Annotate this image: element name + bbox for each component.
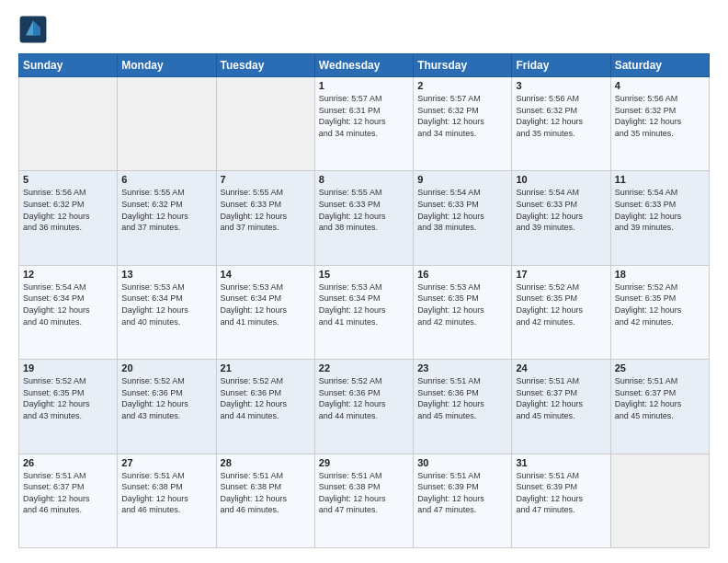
day-number: 8 bbox=[319, 174, 409, 185]
day-info: Sunrise: 5:51 AM Sunset: 6:38 PM Dayligh… bbox=[221, 470, 311, 516]
calendar-cell: 12Sunrise: 5:54 AM Sunset: 6:34 PM Dayli… bbox=[19, 265, 118, 359]
day-info: Sunrise: 5:51 AM Sunset: 6:36 PM Dayligh… bbox=[417, 375, 507, 421]
day-number: 30 bbox=[417, 457, 507, 468]
calendar-header-tuesday: Tuesday bbox=[216, 54, 314, 77]
calendar-header-friday: Friday bbox=[512, 54, 610, 77]
calendar-cell bbox=[118, 77, 216, 171]
day-number: 23 bbox=[417, 362, 507, 373]
day-number: 27 bbox=[121, 457, 211, 468]
calendar-cell: 5Sunrise: 5:56 AM Sunset: 6:32 PM Daylig… bbox=[19, 171, 118, 265]
calendar-cell: 3Sunrise: 5:56 AM Sunset: 6:32 PM Daylig… bbox=[512, 77, 610, 171]
calendar-week-4: 19Sunrise: 5:52 AM Sunset: 6:35 PM Dayli… bbox=[19, 360, 710, 454]
day-info: Sunrise: 5:54 AM Sunset: 6:33 PM Dayligh… bbox=[417, 187, 507, 233]
day-info: Sunrise: 5:51 AM Sunset: 6:39 PM Dayligh… bbox=[417, 470, 507, 516]
calendar-cell bbox=[610, 454, 709, 547]
day-info: Sunrise: 5:52 AM Sunset: 6:36 PM Dayligh… bbox=[221, 375, 311, 421]
day-number: 3 bbox=[516, 80, 606, 91]
day-info: Sunrise: 5:55 AM Sunset: 6:33 PM Dayligh… bbox=[319, 187, 409, 233]
day-info: Sunrise: 5:51 AM Sunset: 6:39 PM Dayligh… bbox=[516, 470, 606, 516]
calendar-cell: 28Sunrise: 5:51 AM Sunset: 6:38 PM Dayli… bbox=[216, 454, 314, 547]
calendar-cell: 26Sunrise: 5:51 AM Sunset: 6:37 PM Dayli… bbox=[19, 454, 118, 547]
day-number: 15 bbox=[319, 269, 409, 280]
day-info: Sunrise: 5:57 AM Sunset: 6:32 PM Dayligh… bbox=[417, 93, 507, 139]
calendar-week-2: 5Sunrise: 5:56 AM Sunset: 6:32 PM Daylig… bbox=[19, 171, 710, 265]
day-number: 14 bbox=[221, 269, 311, 280]
day-number: 7 bbox=[221, 174, 311, 185]
day-info: Sunrise: 5:55 AM Sunset: 6:32 PM Dayligh… bbox=[121, 187, 211, 233]
calendar-header-row: SundayMondayTuesdayWednesdayThursdayFrid… bbox=[19, 54, 710, 77]
calendar-cell: 30Sunrise: 5:51 AM Sunset: 6:39 PM Dayli… bbox=[414, 454, 512, 547]
calendar-cell: 7Sunrise: 5:55 AM Sunset: 6:33 PM Daylig… bbox=[216, 171, 314, 265]
calendar-week-1: 1Sunrise: 5:57 AM Sunset: 6:31 PM Daylig… bbox=[19, 77, 710, 171]
calendar-cell: 8Sunrise: 5:55 AM Sunset: 6:33 PM Daylig… bbox=[314, 171, 413, 265]
calendar-cell: 17Sunrise: 5:52 AM Sunset: 6:35 PM Dayli… bbox=[512, 265, 610, 359]
calendar-cell: 13Sunrise: 5:53 AM Sunset: 6:34 PM Dayli… bbox=[118, 265, 216, 359]
calendar-cell: 19Sunrise: 5:52 AM Sunset: 6:35 PM Dayli… bbox=[19, 360, 118, 454]
calendar-cell bbox=[216, 77, 314, 171]
calendar-cell: 25Sunrise: 5:51 AM Sunset: 6:37 PM Dayli… bbox=[610, 360, 709, 454]
day-number: 31 bbox=[516, 457, 606, 468]
day-info: Sunrise: 5:52 AM Sunset: 6:35 PM Dayligh… bbox=[516, 282, 606, 327]
calendar-cell: 6Sunrise: 5:55 AM Sunset: 6:32 PM Daylig… bbox=[118, 171, 216, 265]
calendar-cell bbox=[19, 77, 118, 171]
day-number: 10 bbox=[516, 174, 606, 185]
day-info: Sunrise: 5:51 AM Sunset: 6:37 PM Dayligh… bbox=[23, 470, 113, 516]
calendar-cell: 24Sunrise: 5:51 AM Sunset: 6:37 PM Dayli… bbox=[512, 360, 610, 454]
day-number: 20 bbox=[121, 362, 211, 373]
page: SundayMondayTuesdayWednesdayThursdayFrid… bbox=[0, 0, 728, 563]
day-number: 9 bbox=[417, 174, 507, 185]
calendar-table: SundayMondayTuesdayWednesdayThursdayFrid… bbox=[18, 53, 710, 548]
day-info: Sunrise: 5:56 AM Sunset: 6:32 PM Dayligh… bbox=[516, 93, 606, 139]
logo-icon bbox=[18, 15, 48, 44]
day-info: Sunrise: 5:54 AM Sunset: 6:33 PM Dayligh… bbox=[615, 187, 705, 233]
day-info: Sunrise: 5:51 AM Sunset: 6:37 PM Dayligh… bbox=[516, 375, 606, 421]
day-number: 1 bbox=[319, 80, 409, 91]
calendar-cell: 22Sunrise: 5:52 AM Sunset: 6:36 PM Dayli… bbox=[314, 360, 413, 454]
calendar-cell: 4Sunrise: 5:56 AM Sunset: 6:32 PM Daylig… bbox=[610, 77, 709, 171]
logo bbox=[18, 15, 51, 44]
calendar-cell: 23Sunrise: 5:51 AM Sunset: 6:36 PM Dayli… bbox=[414, 360, 512, 454]
day-info: Sunrise: 5:57 AM Sunset: 6:31 PM Dayligh… bbox=[319, 93, 409, 139]
calendar-cell: 10Sunrise: 5:54 AM Sunset: 6:33 PM Dayli… bbox=[512, 171, 610, 265]
calendar-cell: 16Sunrise: 5:53 AM Sunset: 6:35 PM Dayli… bbox=[414, 265, 512, 359]
calendar-cell: 2Sunrise: 5:57 AM Sunset: 6:32 PM Daylig… bbox=[414, 77, 512, 171]
calendar-week-5: 26Sunrise: 5:51 AM Sunset: 6:37 PM Dayli… bbox=[19, 454, 710, 547]
day-info: Sunrise: 5:51 AM Sunset: 6:37 PM Dayligh… bbox=[615, 375, 705, 421]
calendar-cell: 15Sunrise: 5:53 AM Sunset: 6:34 PM Dayli… bbox=[314, 265, 413, 359]
calendar-cell: 21Sunrise: 5:52 AM Sunset: 6:36 PM Dayli… bbox=[216, 360, 314, 454]
day-number: 24 bbox=[516, 362, 606, 373]
day-number: 18 bbox=[615, 269, 705, 280]
calendar-header-thursday: Thursday bbox=[414, 54, 512, 77]
header bbox=[18, 15, 710, 44]
calendar-header-saturday: Saturday bbox=[610, 54, 709, 77]
day-info: Sunrise: 5:55 AM Sunset: 6:33 PM Dayligh… bbox=[221, 187, 311, 233]
day-number: 12 bbox=[23, 269, 113, 280]
day-number: 22 bbox=[319, 362, 409, 373]
day-number: 16 bbox=[417, 269, 507, 280]
day-number: 29 bbox=[319, 457, 409, 468]
day-number: 13 bbox=[121, 269, 211, 280]
calendar-cell: 14Sunrise: 5:53 AM Sunset: 6:34 PM Dayli… bbox=[216, 265, 314, 359]
day-info: Sunrise: 5:52 AM Sunset: 6:36 PM Dayligh… bbox=[319, 375, 409, 421]
calendar-header-sunday: Sunday bbox=[19, 54, 118, 77]
day-number: 17 bbox=[516, 269, 606, 280]
day-info: Sunrise: 5:54 AM Sunset: 6:34 PM Dayligh… bbox=[23, 282, 113, 327]
calendar-week-3: 12Sunrise: 5:54 AM Sunset: 6:34 PM Dayli… bbox=[19, 265, 710, 359]
day-info: Sunrise: 5:51 AM Sunset: 6:38 PM Dayligh… bbox=[319, 470, 409, 516]
day-number: 4 bbox=[615, 80, 705, 91]
day-number: 21 bbox=[221, 362, 311, 373]
calendar-header-wednesday: Wednesday bbox=[314, 54, 413, 77]
day-number: 26 bbox=[23, 457, 113, 468]
day-info: Sunrise: 5:56 AM Sunset: 6:32 PM Dayligh… bbox=[615, 93, 705, 139]
day-info: Sunrise: 5:56 AM Sunset: 6:32 PM Dayligh… bbox=[23, 187, 113, 233]
day-number: 11 bbox=[615, 174, 705, 185]
day-info: Sunrise: 5:53 AM Sunset: 6:34 PM Dayligh… bbox=[121, 282, 211, 327]
calendar-cell: 11Sunrise: 5:54 AM Sunset: 6:33 PM Dayli… bbox=[610, 171, 709, 265]
calendar-cell: 27Sunrise: 5:51 AM Sunset: 6:38 PM Dayli… bbox=[118, 454, 216, 547]
day-info: Sunrise: 5:54 AM Sunset: 6:33 PM Dayligh… bbox=[516, 187, 606, 233]
day-number: 2 bbox=[417, 80, 507, 91]
day-info: Sunrise: 5:53 AM Sunset: 6:34 PM Dayligh… bbox=[319, 282, 409, 327]
calendar-cell: 18Sunrise: 5:52 AM Sunset: 6:35 PM Dayli… bbox=[610, 265, 709, 359]
day-info: Sunrise: 5:53 AM Sunset: 6:35 PM Dayligh… bbox=[417, 282, 507, 327]
day-number: 25 bbox=[615, 362, 705, 373]
